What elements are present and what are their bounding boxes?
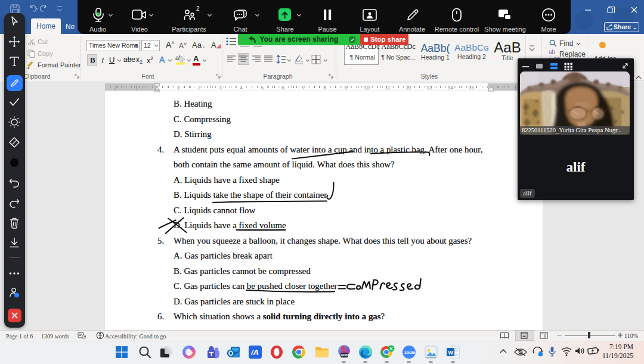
svg-text:/A: /A xyxy=(250,348,259,357)
svg-text:W: W xyxy=(448,350,454,356)
svg-text:M365: M365 xyxy=(341,353,349,357)
svg-text:zoom: zoom xyxy=(404,350,415,354)
svg-text:K: K xyxy=(390,346,394,351)
